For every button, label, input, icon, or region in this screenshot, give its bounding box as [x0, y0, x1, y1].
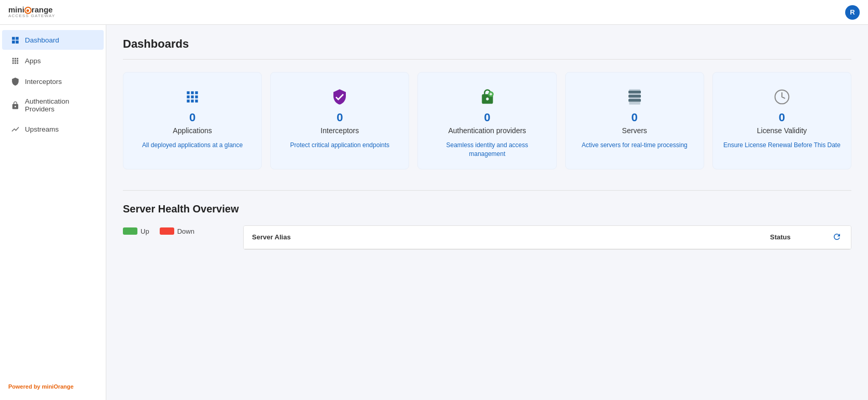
sidebar-item-dashboard[interactable]: Dashboard: [2, 30, 104, 50]
applications-label: Applications: [173, 126, 212, 135]
license-label: License Validity: [757, 126, 807, 135]
legend-up-label: Up: [141, 227, 149, 235]
legend-down-label: Down: [177, 227, 194, 235]
applications-count: 0: [189, 111, 195, 124]
dashboard-icon: [10, 35, 20, 45]
col-server-alias: Server Alias: [252, 233, 770, 241]
servers-desc: Active servers for real-time processing: [582, 141, 688, 150]
server-table: Server Alias Status: [243, 225, 851, 250]
sidebar-item-interceptors[interactable]: Interceptors: [2, 72, 104, 91]
sidebar-item-auth-providers[interactable]: Authentication Providers: [2, 92, 104, 118]
legend-up: Up: [123, 227, 149, 235]
interceptors-desc: Protect critical application endpoints: [290, 141, 389, 150]
app-layout: Dashboard Apps Interceptors: [0, 25, 868, 400]
sidebar-label-apps: Apps: [25, 57, 41, 65]
up-dot: [123, 227, 137, 235]
interceptors-label: Interceptors: [320, 126, 359, 135]
section-divider: [123, 59, 851, 60]
auth-icon: [10, 101, 20, 110]
interceptors-count: 0: [337, 111, 343, 124]
legend-down: Down: [160, 227, 194, 235]
logo-text-suffix: range: [32, 6, 53, 15]
server-table-header: Server Alias Status: [244, 226, 851, 249]
dashboard-cards: 0 Applications All deployed applications…: [123, 72, 851, 169]
shield-card-icon: [331, 87, 348, 107]
miniorange-link[interactable]: miniOrange: [42, 383, 74, 390]
sidebar-footer-prefix: Powered by: [8, 383, 42, 390]
clock-card-icon: [774, 87, 790, 107]
page-title: Dashboards: [123, 37, 851, 51]
apps-icon: [10, 56, 20, 65]
lock-card-icon: [479, 87, 496, 107]
sidebar-item-upstreams[interactable]: Upstreams: [2, 119, 104, 139]
sidebar-label-interceptors: Interceptors: [25, 78, 62, 85]
card-interceptors: 0 Interceptors Protect critical applicat…: [270, 72, 409, 169]
legend-area: Up Down: [123, 225, 227, 235]
card-auth-providers: 0 Authentication providers Seamless iden…: [417, 72, 556, 169]
health-container: Up Down Server Alias Status: [123, 225, 851, 250]
auth-providers-label: Authentication providers: [448, 126, 526, 135]
down-dot: [160, 227, 174, 235]
sidebar-label-dashboard: Dashboard: [25, 36, 59, 44]
sidebar: Dashboard Apps Interceptors: [0, 25, 106, 400]
sidebar-nav: Dashboard Apps Interceptors: [0, 25, 106, 140]
applications-desc: All deployed applications at a glance: [142, 141, 243, 150]
auth-providers-desc: Seamless identity and access management: [428, 141, 545, 159]
logo-text-prefix: mini: [8, 6, 24, 15]
sidebar-label-auth-providers: Authentication Providers: [25, 97, 95, 113]
license-desc: Ensure License Renewal Before This Date: [723, 141, 841, 150]
logo-area: mini range ACCESS GATEWAY: [8, 6, 55, 19]
logo-subtitle: ACCESS GATEWAY: [8, 14, 55, 19]
refresh-icon[interactable]: [832, 232, 843, 242]
apps-card-icon: [184, 87, 201, 107]
sidebar-footer: Powered by miniOrange: [0, 379, 106, 394]
health-divider: [123, 190, 851, 191]
upstreams-icon: [10, 124, 20, 134]
servers-count: 0: [632, 111, 638, 124]
logo-circle-icon: [24, 7, 32, 14]
license-count: 0: [779, 111, 785, 124]
health-section-title: Server Health Overview: [123, 203, 851, 215]
servers-label: Servers: [622, 126, 647, 135]
interceptors-icon: [10, 77, 20, 86]
sidebar-item-apps[interactable]: Apps: [2, 51, 104, 70]
legend-container: Up Down: [123, 225, 227, 235]
sidebar-label-upstreams: Upstreams: [25, 125, 59, 133]
server-card-icon: [626, 87, 643, 107]
top-navbar: mini range ACCESS GATEWAY R: [0, 0, 868, 25]
card-applications: 0 Applications All deployed applications…: [123, 72, 262, 169]
main-content: Dashboards 0 Applications All deployed a…: [106, 25, 868, 400]
auth-providers-count: 0: [484, 111, 490, 124]
card-license: 0 License Validity Ensure License Renewa…: [712, 72, 851, 169]
col-status: Status: [770, 233, 832, 241]
card-servers: 0 Servers Active servers for real-time p…: [565, 72, 704, 169]
user-avatar[interactable]: R: [845, 5, 860, 20]
